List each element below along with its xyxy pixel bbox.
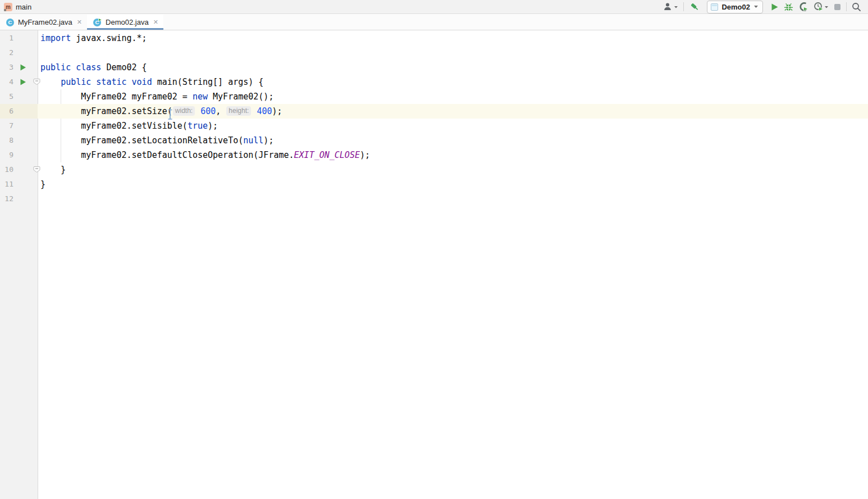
code-text[interactable] — [38, 46, 868, 60]
line-number: 3 — [0, 60, 13, 75]
gutter-cell[interactable]: 11 — [0, 177, 38, 192]
code-line[interactable]: 7 myFrame02.setVisible(true); — [0, 119, 868, 133]
coverage-icon — [798, 2, 808, 12]
line-number: 1 — [0, 31, 13, 46]
gutter-cell[interactable]: 4 — [0, 75, 38, 89]
code-line[interactable]: 10 } — [0, 162, 868, 177]
hammer-icon — [689, 2, 700, 12]
code-text[interactable]: } — [38, 162, 868, 177]
code-line[interactable]: 8 myFrame02.setLocationRelativeTo(null); — [0, 133, 868, 148]
tab-myframe02[interactable]: C MyFrame02.java ✕ — [0, 15, 87, 30]
run-button[interactable] — [770, 1, 779, 12]
gutter-cell[interactable]: 12 — [0, 192, 38, 206]
gutter-cell[interactable]: 9 — [0, 148, 38, 162]
gutter-cell[interactable]: 2 — [0, 46, 38, 60]
code-text[interactable]: public class Demo02 { — [38, 60, 868, 75]
gutter-cell[interactable]: 10 — [0, 162, 38, 177]
gutter-cell[interactable]: 8 — [0, 133, 38, 148]
run-configuration-label: Demo02 — [721, 3, 750, 11]
breadcrumb-label: main — [16, 3, 31, 11]
search-everywhere-button[interactable] — [852, 1, 861, 12]
profiler-button[interactable] — [814, 1, 829, 12]
gutter-cell[interactable]: 1 — [0, 31, 38, 46]
users-icon — [663, 2, 673, 11]
stop-icon — [834, 3, 841, 11]
gutter-cell[interactable]: 6 — [0, 104, 38, 119]
gutter-cell[interactable]: 5 — [0, 89, 38, 104]
code-text[interactable]: public static void main(String[] args) { — [38, 75, 868, 89]
line-number: 6 — [0, 104, 13, 119]
line-number: 10 — [0, 162, 13, 177]
breadcrumb[interactable]: m main — [0, 3, 31, 11]
run-line-icon[interactable] — [20, 64, 26, 71]
code-line[interactable]: 4 public static void main(String[] args)… — [0, 75, 868, 89]
code-line[interactable]: 2 — [0, 46, 868, 60]
gutter-cell[interactable]: 3 — [0, 60, 38, 75]
code-line[interactable]: 12 — [0, 192, 868, 206]
line-number: 11 — [0, 177, 13, 192]
line-number: 2 — [0, 46, 13, 60]
code-text[interactable] — [38, 192, 868, 206]
stop-button[interactable] — [834, 1, 841, 12]
code-line[interactable]: 3public class Demo02 { — [0, 60, 868, 75]
line-number: 4 — [0, 75, 13, 89]
line-number: 7 — [0, 119, 13, 133]
main-toolbar: m main — [0, 0, 868, 14]
debug-bug-icon — [784, 2, 793, 12]
line-number: 12 — [0, 192, 13, 206]
chevron-down-icon — [824, 6, 829, 8]
app-config-icon — [711, 3, 718, 11]
line-number: 5 — [0, 89, 13, 104]
chevron-down-icon — [753, 5, 759, 8]
code-line[interactable]: 6 myFrame02.setSize(width: 600, height: … — [0, 104, 868, 119]
module-icon: m — [4, 3, 12, 11]
search-icon — [852, 2, 861, 12]
code-line[interactable]: 11} — [0, 177, 868, 192]
code-editor[interactable]: 1import javax.swing.*;23public class Dem… — [0, 30, 868, 499]
code-text[interactable]: import javax.swing.*; — [38, 31, 868, 46]
debug-button[interactable] — [784, 1, 793, 12]
java-class-icon: C — [6, 18, 15, 27]
ide-window: m main — [0, 0, 868, 499]
code-text[interactable]: myFrame02.setSize(width: 600, height: 40… — [38, 104, 868, 119]
fold-marker-icon[interactable] — [33, 166, 40, 173]
code-text[interactable]: MyFrame02 myFrame02 = new MyFrame02(); — [38, 89, 868, 104]
line-number: 9 — [0, 148, 13, 162]
close-tab-icon[interactable]: ✕ — [77, 19, 82, 25]
code-text[interactable]: myFrame02.setLocationRelativeTo(null); — [38, 133, 868, 148]
code-line[interactable]: 1import javax.swing.*; — [0, 31, 868, 46]
profiler-icon — [814, 2, 824, 12]
java-class-runnable-icon: C — [93, 18, 102, 27]
users-button[interactable] — [663, 1, 678, 12]
run-line-icon[interactable] — [20, 79, 26, 85]
gutter-cell[interactable]: 7 — [0, 119, 38, 133]
close-tab-icon[interactable]: ✕ — [153, 19, 158, 25]
code-text[interactable]: } — [38, 177, 868, 192]
code-lines: 1import javax.swing.*;23public class Dem… — [0, 31, 868, 206]
toolbar-actions: Demo02 — [663, 1, 868, 13]
fold-marker-icon[interactable] — [33, 78, 40, 85]
tab-label: Demo02.java — [106, 18, 149, 26]
code-text[interactable]: myFrame02.setVisible(true); — [38, 119, 868, 133]
toolbar-divider — [683, 2, 684, 11]
code-text[interactable]: myFrame02.setDefaultCloseOperation(JFram… — [38, 148, 868, 162]
code-line[interactable]: 5 MyFrame02 myFrame02 = new MyFrame02(); — [0, 89, 868, 104]
line-number: 8 — [0, 133, 13, 148]
tab-demo02[interactable]: C Demo02.java ✕ — [87, 15, 163, 30]
toolbar-divider — [846, 2, 847, 11]
code-line[interactable]: 9 myFrame02.setDefaultCloseOperation(JFr… — [0, 148, 868, 162]
run-with-coverage-button[interactable] — [798, 1, 808, 12]
chevron-down-icon — [674, 6, 678, 8]
svg-text:C: C — [8, 19, 12, 25]
run-icon — [770, 3, 779, 11]
tab-label: MyFrame02.java — [18, 18, 72, 26]
build-button[interactable] — [689, 1, 700, 12]
editor-tab-bar: C MyFrame02.java ✕ C Demo02.java ✕ — [0, 15, 868, 30]
run-configuration-select[interactable]: Demo02 — [707, 1, 763, 13]
